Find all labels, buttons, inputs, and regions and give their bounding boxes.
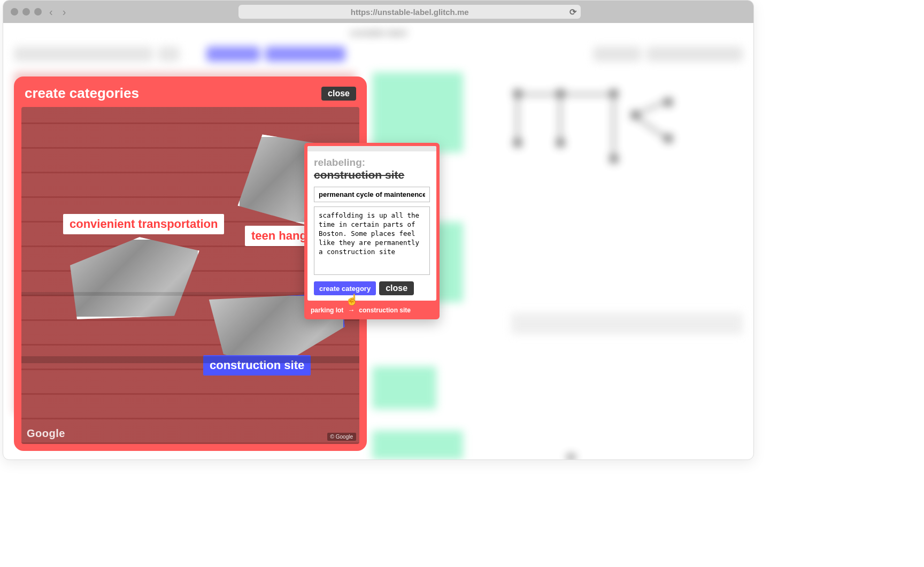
window-dot-max-icon[interactable]: [34, 8, 42, 16]
relabel-prefix: relabeling:: [314, 157, 430, 168]
toolbar-button[interactable]: [206, 47, 260, 62]
polygon-region[interactable]: [63, 235, 202, 321]
reload-icon[interactable]: ⟳: [569, 7, 576, 17]
mint-shape: [372, 366, 436, 409]
footer-from: parking lot: [311, 307, 343, 314]
arrow-right-icon: →: [348, 306, 355, 314]
address-bar[interactable]: https://unstable-label.glitch.me ⟳: [238, 5, 581, 19]
region-label-selected[interactable]: construction site: [203, 355, 311, 376]
window-dot-close-icon[interactable]: [11, 8, 18, 16]
modal-close-button[interactable]: close: [321, 87, 356, 101]
browser-title-bar: ‹ › https://unstable-label.glitch.me ⟳: [3, 1, 753, 23]
window-controls[interactable]: [11, 8, 42, 16]
blurred-text: [511, 313, 743, 334]
google-logo: Google: [27, 427, 65, 440]
relabel-description-input[interactable]: [314, 206, 430, 275]
toolbar-tag: [646, 47, 743, 62]
popup-drag-handle[interactable]: [307, 146, 436, 151]
app-title: unstable label: [3, 23, 753, 43]
forward-icon[interactable]: ›: [63, 6, 66, 18]
toolbar-pill: [158, 47, 180, 62]
mint-shape: [372, 72, 463, 152]
toolbar-button[interactable]: [265, 47, 345, 62]
blurred-graph: [511, 83, 682, 179]
mint-shape: [372, 431, 463, 459]
relabel-title-input[interactable]: [314, 187, 430, 202]
url-text: https://unstable-label.glitch.me: [351, 7, 469, 17]
spacer: [185, 47, 201, 62]
relabel-close-button[interactable]: close: [379, 281, 414, 295]
blurred-graph: [511, 457, 682, 459]
app-toolbar: [3, 43, 753, 65]
window-dot-min-icon[interactable]: [22, 8, 30, 16]
toolbar-tag: [593, 47, 641, 62]
relabel-footer: parking lot → construction site: [305, 303, 438, 318]
browser-window: ‹ › https://unstable-label.glitch.me ⟳ u…: [3, 0, 754, 460]
create-category-button[interactable]: create category: [314, 281, 376, 295]
back-icon[interactable]: ‹: [49, 6, 53, 18]
footer-to: construction site: [359, 307, 411, 314]
relabel-popup: relabeling: construction site create cat…: [304, 143, 440, 319]
nav-arrows: ‹ ›: [49, 6, 66, 18]
modal-title: create categories: [25, 85, 139, 102]
relabel-old-label: construction site: [314, 168, 430, 181]
toolbar-pill: [14, 47, 153, 62]
google-credit: © Google: [327, 433, 356, 441]
region-label[interactable]: convienient transportation: [63, 214, 224, 234]
